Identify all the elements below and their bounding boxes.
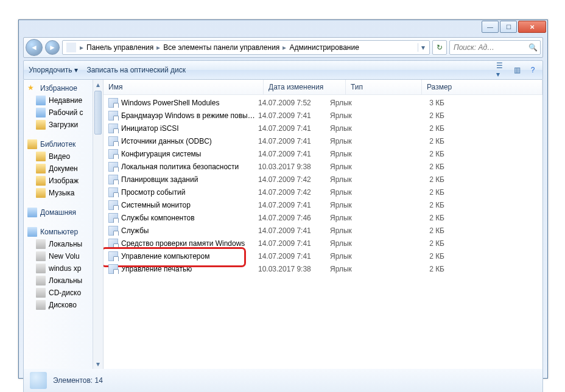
sidebar-item[interactable]: windus xp	[24, 262, 103, 275]
burn-button[interactable]: Записать на оптический диск	[86, 66, 186, 74]
sidebar-item[interactable]: Видео	[24, 150, 103, 163]
search-icon[interactable]: 🔍	[528, 43, 538, 52]
sidebar-item[interactable]: Дисково	[24, 299, 103, 311]
sidebar-item[interactable]: Изображ	[24, 175, 103, 187]
file-type: Ярлык	[330, 111, 396, 120]
file-size: 2 КБ	[396, 252, 463, 261]
drive-icon	[36, 239, 46, 249]
minimize-button[interactable]: —	[482, 21, 499, 33]
file-date: 14.07.2009 7:41	[258, 150, 330, 158]
view-options-button[interactable]: ☰ ▾	[496, 65, 506, 75]
shortcut-icon	[108, 124, 118, 133]
file-type: Ярлык	[330, 214, 396, 222]
file-row[interactable]: Локальная политика безопасности10.03.201…	[104, 160, 542, 173]
title-bar: — ☐ ✕	[19, 20, 547, 37]
file-name: Windows PowerShell Modules	[121, 99, 219, 107]
file-type: Ярлык	[330, 201, 396, 209]
column-name[interactable]: Имя	[104, 80, 264, 94]
file-date: 14.07.2009 7:42	[258, 188, 330, 197]
column-headers: Имя Дата изменения Тип Размер	[104, 80, 542, 95]
file-date: 14.07.2009 7:41	[258, 201, 330, 209]
chevron-down-icon: ▾	[74, 66, 78, 74]
file-size: 2 КБ	[396, 265, 463, 273]
search-input[interactable]	[452, 43, 528, 52]
forward-button[interactable]: ►	[45, 40, 60, 55]
sidebar-favorites[interactable]: ★Избранное	[24, 82, 103, 94]
search-box[interactable]: 🔍	[449, 40, 541, 55]
shortcut-icon	[108, 187, 118, 197]
sidebar-libraries[interactable]: Библиотек	[24, 138, 103, 150]
sidebar-item[interactable]: Рабочий с	[24, 107, 103, 119]
recent-icon	[36, 96, 46, 105]
file-row[interactable]: Конфигурация системы14.07.2009 7:41Ярлык…	[104, 147, 542, 160]
file-row[interactable]: Управление компьютером14.07.2009 7:41Ярл…	[104, 250, 542, 262]
sidebar-item[interactable]: Музыка	[24, 187, 103, 199]
column-date[interactable]: Дата изменения	[264, 80, 346, 94]
navigation-pane: ★Избранное Недавние Рабочий с Загрузки Б…	[24, 80, 104, 369]
shortcut-icon	[108, 111, 118, 121]
file-row[interactable]: Системный монитор14.07.2009 7:41Ярлык2 К…	[104, 198, 542, 211]
scrollbar-thumb[interactable]	[94, 91, 102, 135]
file-row[interactable]: Источники данных (ODBC)14.07.2009 7:41Яр…	[104, 135, 542, 147]
file-type: Ярлык	[330, 175, 396, 184]
address-bar[interactable]: ▸ Панель управления ▸ Все элементы панел…	[62, 40, 430, 55]
sidebar-homegroup[interactable]: Домашняя	[24, 206, 103, 219]
back-button[interactable]: ◄	[26, 39, 43, 56]
file-row[interactable]: Windows PowerShell Modules14.07.2009 7:5…	[104, 96, 542, 109]
chevron-right-icon[interactable]: ▸	[281, 43, 287, 52]
column-type[interactable]: Тип	[346, 80, 422, 94]
breadcrumb-item[interactable]: Администрирование	[287, 43, 360, 52]
sidebar-item[interactable]: Загрузки	[24, 119, 103, 131]
file-row[interactable]: Брандмауэр Windows в режиме повы…14.07.2…	[104, 109, 542, 122]
sidebar-item[interactable]: New Volu	[24, 250, 103, 262]
file-date: 14.07.2009 7:41	[258, 124, 330, 133]
file-list-pane: Имя Дата изменения Тип Размер Windows Po…	[104, 80, 542, 369]
file-row[interactable]: Службы14.07.2009 7:41Ярлык2 КБ	[104, 224, 542, 237]
library-icon	[27, 139, 37, 149]
picture-icon	[36, 176, 46, 186]
scroll-up-icon[interactable]: ▴	[93, 80, 103, 89]
file-type: Ярлык	[330, 99, 396, 107]
shortcut-icon	[108, 162, 118, 172]
video-icon	[36, 152, 46, 161]
file-row[interactable]: Средство проверки памяти Windows14.07.20…	[104, 237, 542, 250]
file-size: 2 КБ	[396, 201, 463, 209]
preview-pane-button[interactable]: ▥	[512, 65, 522, 75]
file-size: 2 КБ	[396, 124, 463, 133]
file-type: Ярлык	[330, 124, 396, 133]
organize-menu[interactable]: Упорядочить ▾	[29, 66, 78, 74]
breadcrumb-item[interactable]: Панель управления	[85, 43, 155, 52]
cd-icon	[36, 288, 46, 298]
sidebar-item[interactable]: Локальны	[24, 275, 103, 287]
shortcut-icon	[108, 200, 118, 210]
chevron-right-icon[interactable]: ▸	[79, 43, 85, 52]
sidebar-computer[interactable]: Компьютер	[24, 226, 103, 238]
help-button[interactable]: ?	[528, 65, 538, 75]
file-name: Локальная политика безопасности	[121, 163, 239, 171]
file-row[interactable]: Планировщик заданий14.07.2009 7:42Ярлык2…	[104, 173, 542, 186]
maximize-button[interactable]: ☐	[500, 21, 517, 33]
file-date: 14.07.2009 7:52	[258, 99, 330, 107]
sidebar-item[interactable]: CD-диско	[24, 287, 103, 299]
file-type: Ярлык	[330, 265, 396, 273]
sidebar-item[interactable]: Недавние	[24, 94, 103, 107]
address-dropdown[interactable]: ▾	[418, 43, 428, 52]
breadcrumb-item[interactable]: Все элементы панели управления	[161, 43, 281, 52]
file-row[interactable]: Управление печатью10.03.2017 9:38Ярлык2 …	[104, 262, 542, 275]
file-name: Планировщик заданий	[121, 175, 198, 184]
column-size[interactable]: Размер	[422, 80, 542, 94]
file-row[interactable]: Просмотр событий14.07.2009 7:42Ярлык2 КБ	[104, 186, 542, 198]
sidebar-item[interactable]: Докумен	[24, 163, 103, 175]
shortcut-icon	[108, 213, 118, 223]
close-button[interactable]: ✕	[518, 21, 546, 33]
chevron-right-icon[interactable]: ▸	[155, 43, 161, 52]
drive-icon	[36, 264, 46, 273]
file-row[interactable]: Службы компонентов14.07.2009 7:46Ярлык2 …	[104, 211, 542, 224]
status-bar: Элементов: 14	[23, 369, 543, 392]
refresh-button[interactable]: ↻	[432, 40, 447, 55]
file-row[interactable]: Инициатор iSCSI14.07.2009 7:41Ярлык2 КБ	[104, 122, 542, 135]
file-type: Ярлык	[330, 252, 396, 261]
sidebar-item[interactable]: Локальны	[24, 238, 103, 250]
sidebar-scrollbar[interactable]: ▴ ▾	[93, 80, 103, 369]
scroll-down-icon[interactable]: ▾	[93, 359, 103, 369]
